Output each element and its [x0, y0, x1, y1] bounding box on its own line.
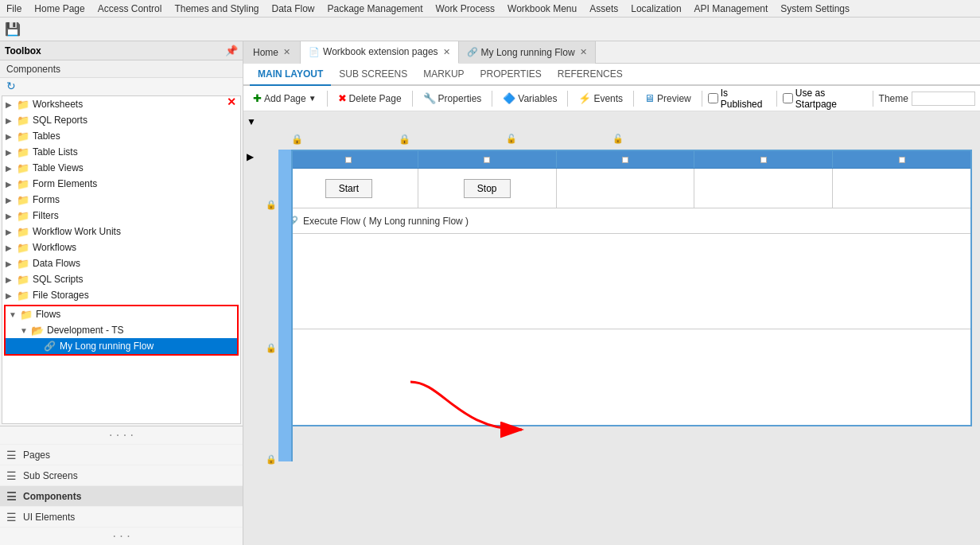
flow-tab-close[interactable]: ✕ — [580, 47, 587, 57]
content-area: Home ✕ 📄 Workbook extension pages ✕ 🔗 My… — [243, 41, 980, 545]
separator — [567, 91, 568, 107]
tree-item-sql-scripts[interactable]: ▶ 📁 SQL Scripts — [2, 271, 240, 287]
tree-area[interactable]: ▶ 📁 Worksheets ▶ 📁 SQL Reports ▶ 📁 Table… — [2, 95, 241, 424]
sidebar-sub-screens-item[interactable]: ☰ Sub Screens — [0, 465, 243, 485]
tree-item-data-flows[interactable]: ▶ 📁 Data Flows — [2, 255, 240, 271]
save-icon[interactable]: 💾 — [3, 20, 22, 39]
menu-localization[interactable]: Localization — [624, 2, 687, 16]
menu-package[interactable]: Package Management — [321, 2, 430, 16]
sub-tab-markup[interactable]: MARKUP — [415, 64, 472, 86]
tree-item-label: Worksheets — [33, 99, 83, 110]
resize-handle[interactable] — [345, 157, 352, 163]
sidebar-components-item[interactable]: ☰ Components — [0, 485, 243, 506]
events-label: Events — [593, 93, 623, 104]
use-as-startpage-checkbox[interactable] — [783, 93, 793, 103]
menu-api[interactable]: API Management — [688, 2, 775, 16]
sub-tab-main-layout[interactable]: MAIN LAYOUT — [250, 64, 331, 86]
highlighted-flows-section: ▼ 📁 Flows ▼ 📂 Development - TS 🔗 My Long… — [4, 305, 239, 356]
sub-tab-properties[interactable]: PROPERTIES — [472, 64, 550, 86]
tree-item-file-storages[interactable]: ▶ 📁 File Storages — [2, 287, 240, 303]
menu-system-settings[interactable]: System Settings — [774, 2, 856, 16]
tree-item-table-views[interactable]: ▶ 📁 Table Views — [2, 160, 240, 176]
expand-arrow: ▶ — [6, 196, 17, 204]
tree-item-filters[interactable]: ▶ 📁 Filters — [2, 208, 240, 224]
properties-button[interactable]: 🔧 Properties — [418, 91, 487, 106]
variables-label: Variables — [518, 93, 557, 104]
sidebar-ui-elements-item[interactable]: ☰ UI Elements — [0, 506, 243, 527]
theme-label: Theme — [879, 93, 908, 104]
resize-handle[interactable] — [899, 157, 905, 163]
menu-file[interactable]: File — [0, 2, 28, 16]
tree-item-workflow-work-units[interactable]: ▶ 📁 Workflow Work Units — [2, 224, 240, 239]
menu-homepage[interactable]: Home Page — [28, 2, 91, 16]
menu-lines-icon: ☰ — [6, 469, 17, 482]
theme-input[interactable] — [912, 91, 975, 106]
grid-header-cell — [280, 151, 418, 168]
toolbox-title: Toolbox — [5, 45, 41, 56]
grid-cell-empty-2 — [694, 169, 833, 208]
resize-handle[interactable] — [622, 157, 628, 163]
workbook-tab-label: Workbook extension pages — [323, 46, 438, 57]
tree-item-label: Data Flows — [33, 258, 80, 269]
canvas-wrapper[interactable]: ▼ ▶ 🔒 🔒 🔓 🔓 🔒 — [243, 111, 980, 545]
events-button[interactable]: ⚡ Events — [574, 91, 628, 106]
add-page-dropdown-icon[interactable]: ▼ — [309, 94, 317, 103]
is-published-label: Is Published — [721, 88, 771, 110]
add-page-button[interactable]: ✚ Add Page ▼ — [248, 91, 321, 106]
home-tab-close[interactable]: ✕ — [283, 47, 290, 57]
start-button[interactable]: Start — [325, 179, 372, 198]
tree-item-label: Table Views — [33, 162, 84, 173]
delete-page-button[interactable]: ✖ Delete Page — [333, 91, 406, 106]
lightning-icon: ⚡ — [578, 92, 591, 104]
sidebar-pages-item[interactable]: ☰ Pages — [0, 444, 243, 465]
variables-button[interactable]: 🔷 Variables — [498, 91, 562, 106]
grid-header-cell — [833, 151, 970, 168]
stop-button[interactable]: Stop — [464, 179, 511, 198]
canvas-dropdown[interactable]: ▼ — [247, 116, 256, 127]
menu-themes[interactable]: Themes and Styling — [168, 2, 265, 16]
tree-item-forms[interactable]: ▶ 📁 Forms — [2, 192, 240, 208]
workbook-tab-close[interactable]: ✕ — [443, 47, 450, 57]
tree-item-flows[interactable]: ▼ 📁 Flows — [6, 306, 237, 322]
sub-tab-references[interactable]: REFERENCES — [550, 64, 631, 86]
sidebar-resize-dots[interactable]: · · · · — [0, 426, 243, 444]
separator — [633, 91, 634, 107]
preview-button[interactable]: 🖥 Preview — [640, 91, 696, 106]
tree-item-form-elements[interactable]: ▶ 📁 Form Elements — [2, 176, 240, 192]
tree-item-label: Table Lists — [33, 146, 78, 158]
tab-home[interactable]: Home ✕ — [243, 41, 301, 64]
sub-tabs-bar: MAIN LAYOUT SUB SCREENS MARKUP PROPERTIE… — [243, 64, 980, 86]
row-lock-icon: 🔒 — [266, 199, 277, 210]
tree-item-tables[interactable]: ▶ 📁 Tables — [2, 128, 240, 144]
menu-lines-icon: ☰ — [6, 490, 17, 503]
row-expand-arrow[interactable]: ▶ — [247, 151, 254, 162]
sidebar-dots-bottom[interactable]: · · · — [0, 527, 243, 545]
tab-my-long-running-flow[interactable]: 🔗 My Long running Flow ✕ — [459, 41, 596, 64]
tab-workbook-extension[interactable]: 📄 Workbook extension pages ✕ — [301, 41, 459, 64]
menu-work-process[interactable]: Work Process — [430, 2, 501, 16]
tree-item-label: File Storages — [33, 290, 89, 301]
tree-item-my-long-running-flow[interactable]: 🔗 My Long running Flow — [6, 338, 237, 354]
folder-icon: 📁 — [17, 146, 29, 158]
tree-item-label: My Long running Flow — [60, 341, 154, 352]
pin-icon[interactable]: 📌 — [225, 45, 238, 56]
tree-item-sql-reports[interactable]: ▶ 📁 SQL Reports — [2, 112, 240, 128]
tree-item-label: SQL Reports — [33, 115, 88, 126]
menu-workbook-menu[interactable]: Workbook Menu — [501, 2, 583, 16]
sub-tab-sub-screens[interactable]: SUB SCREENS — [331, 64, 415, 86]
folder-icon: 📁 — [17, 274, 29, 286]
resize-handle[interactable] — [484, 157, 490, 163]
menu-access-control[interactable]: Access Control — [91, 2, 169, 16]
tree-item-development-ts[interactable]: ▼ 📂 Development - TS — [6, 322, 237, 338]
menu-data-flow[interactable]: Data Flow — [265, 2, 321, 16]
is-published-checkbox[interactable] — [708, 93, 718, 103]
resize-handle[interactable] — [760, 157, 767, 163]
refresh-icon[interactable]: ↻ — [0, 78, 243, 94]
close-sidebar-button[interactable]: ✕ — [222, 94, 241, 110]
tree-item-worksheets[interactable]: ▶ 📁 Worksheets — [2, 96, 240, 112]
menu-assets[interactable]: Assets — [583, 2, 624, 16]
grid-header-row — [280, 151, 970, 169]
expand-arrow: ▶ — [6, 132, 17, 141]
tree-item-workflows[interactable]: ▶ 📁 Workflows — [2, 239, 240, 255]
tree-item-table-lists[interactable]: ▶ 📁 Table Lists — [2, 144, 240, 160]
